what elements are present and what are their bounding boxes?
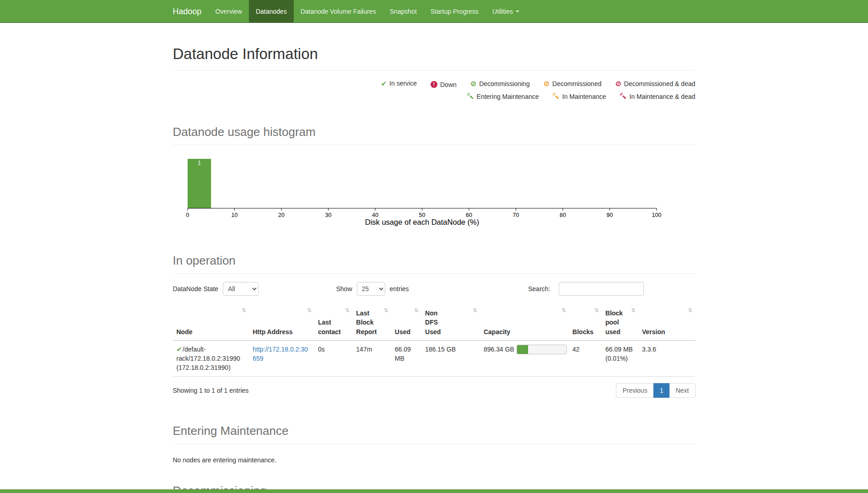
ban-circle-icon: ⊘	[615, 80, 621, 87]
column-label: Used	[395, 327, 410, 336]
legend-row: Entering Maintenance In Maintenance In M…	[173, 91, 695, 104]
column-label: Http Address	[253, 327, 292, 336]
column-label: Non DFS Used	[425, 309, 447, 336]
datanode-state-label: DataNode State	[173, 285, 219, 293]
legend-label: Entering Maintenance	[477, 91, 539, 103]
column-header-version[interactable]: Version⇅	[638, 305, 695, 341]
http-address-link[interactable]: http://172.18.0.2:30659	[253, 346, 308, 362]
nav-link-datanodes[interactable]: Datanodes	[249, 0, 294, 23]
x-tick-label: 70	[512, 212, 519, 218]
legend-item-down: !Down	[431, 79, 457, 91]
legend-label: Decommissioning	[479, 78, 529, 90]
wrench-icon	[467, 93, 474, 100]
datanode-row: ✔/default-rack/172.18.0.2:31990 (172.18.…	[173, 341, 695, 376]
top-navbar: Hadoop OverviewDatanodesDatanode Volume …	[0, 0, 868, 23]
x-tick-label: 60	[466, 212, 472, 218]
ban-circle-icon: ⊘	[470, 80, 476, 87]
ban-circle-icon: ⊘	[544, 80, 550, 87]
sort-icon[interactable]: ⇅	[345, 307, 350, 314]
entries-label: entries	[390, 285, 409, 293]
wrench-icon	[553, 93, 560, 100]
page-header-divider	[173, 70, 695, 70]
search-control: Search:	[528, 282, 643, 296]
wrench-icon	[620, 93, 627, 100]
hadoop-brand[interactable]: Hadoop	[173, 0, 209, 23]
legend-item-in-maintenance-dead: In Maintenance & dead	[620, 91, 695, 103]
column-header-blocks[interactable]: Blocks⇅	[569, 305, 602, 341]
sort-icon[interactable]: ⇅	[242, 307, 246, 314]
page-button-next[interactable]: Next	[669, 383, 695, 398]
pagination: Previous1Next	[616, 383, 695, 398]
page-item-previous: Previous	[616, 383, 653, 398]
legend-item-decommissioned: ⊘Decommissioned	[544, 78, 602, 90]
x-tick-label: 90	[606, 212, 613, 218]
page-button-previous[interactable]: Previous	[616, 383, 653, 398]
nav-link-utilities[interactable]: Utilities	[485, 0, 526, 23]
section-heading-in-operation: In operation	[173, 254, 695, 274]
page-title: Datanode Information	[173, 45, 695, 63]
x-tick-label: 80	[560, 212, 566, 218]
nav-item-datanodes: Datanodes	[249, 0, 294, 23]
legend-label: Decommissioned	[552, 78, 601, 90]
x-tick-label: 10	[231, 212, 237, 218]
search-input[interactable]	[559, 282, 644, 296]
x-tick-label: 30	[325, 212, 331, 218]
sort-icon[interactable]: ⇅	[594, 307, 599, 314]
entries-count-select[interactable]: 25	[357, 282, 385, 296]
capacity-progress-bar	[517, 345, 567, 354]
sort-icon[interactable]: ⇅	[307, 307, 312, 314]
page-item-next: Next	[670, 383, 695, 398]
legend-item-in-maintenance: In Maintenance	[553, 91, 606, 103]
legend-row: ✔In service!Down⊘Decommissioning⊘Decommi…	[173, 77, 695, 91]
cell-last-block-report: 147m	[352, 341, 391, 376]
bar-count-label: 1	[198, 160, 201, 166]
search-label: Search:	[528, 285, 550, 293]
column-header-last-block-report[interactable]: Last Block Report⇅	[352, 305, 391, 341]
sort-icon[interactable]: ⇅	[414, 307, 419, 314]
column-header-node[interactable]: Node⇅	[173, 305, 249, 341]
x-tick-label: 50	[419, 212, 425, 218]
nav-item-datanode-volume-failures: Datanode Volume Failures	[294, 0, 383, 23]
sort-icon[interactable]: ⇅	[688, 307, 692, 314]
page-button-1[interactable]: 1	[653, 383, 670, 398]
datanode-state-select[interactable]: All	[223, 282, 259, 296]
datanode-usage-histogram: 10102030405060708090100Disk usage of eac…	[173, 154, 695, 228]
legend-label: In Maintenance & dead	[630, 91, 695, 103]
exclamation-circle-icon: !	[431, 81, 437, 88]
nav-link-snapshot[interactable]: Snapshot	[383, 0, 424, 23]
node-state-legend: ✔In service!Down⊘Decommissioning⊘Decommi…	[173, 77, 695, 103]
datanodes-table: Node⇅Http Address⇅Last contact⇅Last Bloc…	[173, 305, 695, 377]
page-content: Datanode Information ✔In service!Down⊘De…	[166, 45, 702, 493]
page-length-control: Show 25 entries	[336, 282, 409, 296]
bottom-green-bar	[0, 489, 868, 493]
column-header-last-contact[interactable]: Last contact⇅	[314, 305, 352, 341]
table-info: Showing 1 to 1 of 1 entries	[173, 387, 249, 394]
cell-used: 66.09 MB	[391, 341, 421, 376]
x-tick-label: 100	[652, 212, 661, 218]
column-header-non-dfs-used[interactable]: Non DFS Used⇅	[421, 305, 480, 341]
nav-link-datanode-volume-failures[interactable]: Datanode Volume Failures	[294, 0, 383, 23]
nav-link-startup-progress[interactable]: Startup Progress	[424, 0, 485, 23]
sort-icon[interactable]: ⇅	[473, 307, 477, 314]
section-heading-histogram: Datanode usage histogram	[173, 125, 695, 145]
nav-item-snapshot: Snapshot	[383, 0, 424, 23]
column-header-used[interactable]: Used⇅	[391, 305, 421, 341]
column-label: Last contact	[318, 318, 346, 336]
legend-item-entering-maintenance: Entering Maintenance	[467, 91, 539, 103]
column-header-block-pool-used[interactable]: Block pool used⇅	[602, 305, 638, 341]
sort-icon[interactable]: ⇅	[384, 307, 388, 314]
x-tick-label: 20	[278, 212, 285, 218]
cell-last-contact: 0s	[314, 341, 352, 376]
legend-item-decommissioned-dead: ⊘Decommissioned & dead	[615, 78, 695, 90]
column-label: Capacity	[484, 327, 510, 336]
check-icon: ✔	[177, 345, 183, 353]
table-controls: DataNode State All Show 25 entries Searc…	[173, 282, 695, 298]
nav-link-overview[interactable]: Overview	[209, 0, 249, 23]
column-header-capacity[interactable]: Capacity⇅	[480, 305, 569, 341]
column-label: Block pool used	[605, 309, 627, 336]
nav-item-overview: Overview	[209, 0, 249, 23]
column-header-http-address[interactable]: Http Address⇅	[249, 305, 314, 341]
histogram-svg: 10102030405060708090100Disk usage of eac…	[185, 154, 663, 227]
sort-icon[interactable]: ⇅	[561, 307, 566, 314]
sort-icon[interactable]: ⇅	[631, 307, 636, 314]
